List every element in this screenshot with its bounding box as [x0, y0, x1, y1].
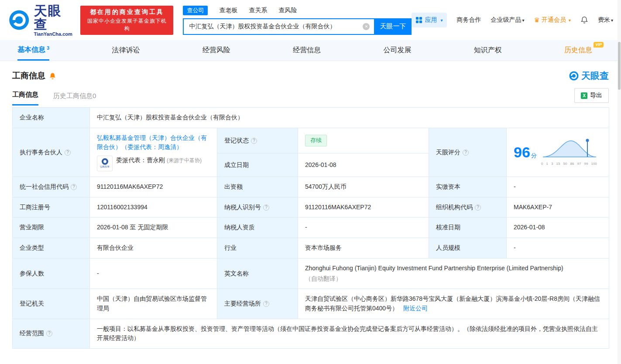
tab-legal-litigation[interactable]: 法律诉讼	[112, 40, 140, 61]
help-icon[interactable]: ?	[251, 138, 257, 144]
tianyancha-logo-icon	[569, 71, 579, 81]
search-area: 查公司 查老板 查关系 查风险 ✕ 天眼一下	[183, 6, 412, 35]
score-curve-chart: 0131550869799100	[541, 138, 599, 167]
paid-capital-value: -	[507, 177, 609, 197]
capital-label: 出资额	[217, 177, 298, 197]
slogan-line2: 国家中小企业发展子基金旗下机构	[85, 17, 169, 32]
chevron-down-icon: ▾	[440, 18, 443, 23]
subtab-business-info[interactable]: 工商信息	[12, 91, 38, 105]
company-type-label: 企业类型	[13, 238, 90, 259]
search-button[interactable]: 天眼一下	[374, 18, 412, 35]
table-row: 登记机关 中国（天津）自由贸易试验区市场监督管理局 主要经营场所? 天津自贸试验…	[13, 289, 609, 319]
section-subtabs: 工商信息 历史工商信息0 X 导出	[0, 84, 621, 105]
established-label: 成立日期	[217, 153, 298, 177]
scope-value: 一般项目：以私募基金从事股权投资、投资管理、资产管理等活动（须在中国证券投资基金…	[90, 319, 609, 348]
delegated-representative: 委派代表：曹永刚	[116, 156, 165, 163]
notification-bell-icon[interactable]	[580, 16, 588, 24]
scrollbar-track	[618, 0, 621, 364]
reg-number-label: 工商注册号	[13, 197, 90, 218]
search-tab-boss[interactable]: 查老板	[219, 7, 237, 14]
help-icon[interactable]: ?	[65, 150, 71, 156]
partner-logo: 弘毅投资	[97, 156, 113, 171]
menu-enterprise[interactable]: 企业级产品▾	[491, 16, 524, 24]
status-badge: 存续	[305, 135, 327, 146]
tab-intellectual-property[interactable]: 知识产权	[474, 40, 502, 61]
header: 天眼查 TianYanCha.com 都在用的商业查询工具 国家中小企业发展子基…	[0, 0, 621, 40]
tab-label: 经营风险	[202, 46, 230, 55]
registry-label: 登记机关	[13, 289, 90, 319]
table-row: 参保人数 - 英文名称 Zhonghui Fuhong (Tianjin) Eq…	[13, 258, 609, 289]
tab-operation-risk[interactable]: 经营风险	[202, 40, 230, 61]
company-type-value: 有限合伙企业	[90, 238, 217, 259]
table-row: 企业名称 中汇复弘（天津）股权投资基金合伙企业（有限合伙）	[13, 108, 609, 128]
grid-icon	[416, 17, 422, 23]
industry-label: 行业	[217, 238, 298, 259]
table-row: 企业类型 有限合伙企业 行业 资本市场服务 人员规模 -	[13, 238, 609, 259]
help-icon[interactable]: ?	[263, 204, 269, 211]
insured-value: -	[90, 258, 217, 289]
vip-badge: VIP	[594, 42, 604, 48]
term-label: 营业期限	[13, 218, 90, 238]
vip-label: 开通会员	[542, 16, 566, 24]
approval-date-value: 2026-01-08	[507, 218, 609, 238]
apps-label: 应用	[425, 16, 437, 24]
term-value: 2026-01-08 至 无固定期限	[90, 218, 217, 238]
help-icon[interactable]: ?	[71, 184, 77, 190]
open-vip-link[interactable]: ♛ 开通会员 ▾	[534, 16, 570, 24]
tab-history-info[interactable]: 历史信息 VIP	[564, 40, 604, 61]
brand-name: 天眼查	[34, 4, 75, 31]
credit-code-value: 91120116MAK6AXEP72	[90, 177, 217, 197]
help-icon[interactable]: ?	[475, 204, 481, 211]
apps-menu[interactable]: 应用 ▾	[412, 13, 447, 27]
crown-icon: ♛	[534, 16, 539, 24]
company-name-label: 企业名称	[13, 108, 90, 128]
tianyancha-logo[interactable]: 天眼查 TianYanCha.com	[8, 4, 75, 37]
chevron-down-icon: ▾	[569, 18, 571, 23]
search-input[interactable]	[183, 18, 374, 35]
capital-value: 54700万人民币	[298, 177, 429, 197]
scope-label: 经营范围?	[13, 319, 90, 348]
search-tab-relation[interactable]: 查关系	[249, 7, 267, 14]
help-icon[interactable]: ?	[463, 150, 469, 156]
nearby-companies-link[interactable]: 附近公司	[403, 305, 428, 312]
export-button[interactable]: X 导出	[574, 88, 609, 103]
table-row: 经营范围? 一般项目：以私募基金从事股权投资、投资管理、资产管理等活动（须在中国…	[13, 319, 609, 348]
menu-cooperation[interactable]: 商务合作	[456, 16, 481, 24]
search-tab-company[interactable]: 查公司	[183, 6, 208, 15]
score-axis-ticks: 0131550869799100	[541, 161, 597, 167]
help-icon[interactable]: ?	[263, 301, 269, 307]
company-name-value: 中汇复弘（天津）股权投资基金合伙企业（有限合伙）	[90, 108, 609, 128]
address-label: 主要经营场所?	[217, 289, 298, 319]
help-icon[interactable]: ?	[46, 330, 52, 337]
tab-basic-info[interactable]: 基本信息3	[17, 40, 49, 61]
insured-label: 参保人数	[13, 258, 90, 289]
table-row: 工商注册号 120116002133994 纳税人识别号? 91120116MA…	[13, 197, 609, 218]
brand-domain: TianYanCha.com	[34, 31, 75, 37]
subtab-history-business-info[interactable]: 历史工商信息0	[53, 92, 96, 105]
user-menu[interactable]: 费米▾	[598, 16, 613, 24]
score-number: 96	[514, 144, 530, 160]
clear-icon[interactable]: ✕	[363, 23, 370, 30]
taxpayer-id-label: 纳税人识别号?	[217, 197, 298, 218]
brand-slogan: 都在用的商业查询工具 国家中小企业发展子基金旗下机构	[80, 6, 173, 35]
watermark-text: 天眼查	[581, 70, 609, 82]
reg-number-value: 120116002133994	[90, 197, 217, 218]
table-row: 营业期限 2026-01-08 至 无固定期限 纳税人资质 - 核准日期 202…	[13, 218, 609, 238]
export-label: 导出	[590, 92, 602, 99]
tab-company-development[interactable]: 公司发展	[383, 40, 411, 61]
taxpayer-quality-value: -	[298, 218, 429, 238]
credit-code-label: 统一社会信用代码?	[13, 177, 90, 197]
slogan-line1: 都在用的商业查询工具	[85, 8, 169, 16]
tab-operation-info[interactable]: 经营信息	[293, 40, 321, 61]
tab-label: 历史信息	[564, 46, 592, 55]
tianyancha-watermark: 天眼查	[569, 70, 609, 82]
english-name-value: Zhonghui Fuhong (Tianjin) Equity Investm…	[298, 258, 609, 289]
english-name-label: 英文名称	[217, 258, 298, 289]
header-menu: 应用 ▾ 商务合作 企业级产品▾ ♛ 开通会员 ▾ 费米▾	[412, 13, 613, 27]
scrollbar[interactable]	[618, 42, 621, 90]
partner-company-link[interactable]: 弘毅私募基金管理（天津）合伙企业（有限合伙）（委派代表：周逸清）	[97, 134, 207, 151]
org-code-label: 组织机构代码?	[429, 197, 507, 218]
search-tab-risk[interactable]: 查风险	[278, 7, 297, 14]
tab-label: 基本信息	[17, 45, 45, 54]
subscribe-bell-icon[interactable]	[49, 72, 56, 80]
